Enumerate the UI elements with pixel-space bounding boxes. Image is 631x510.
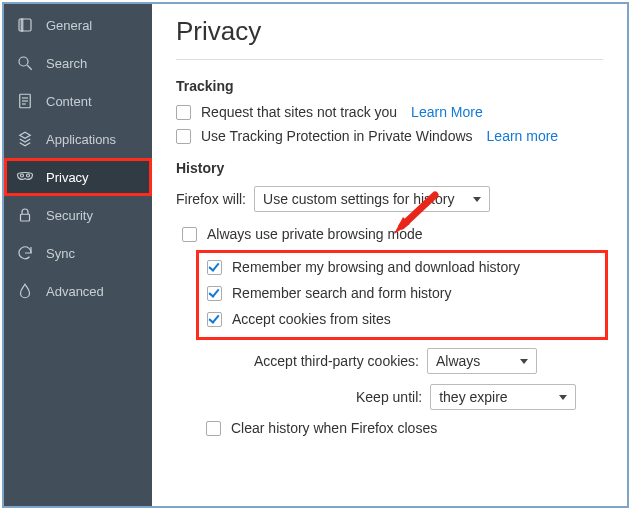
private-mode-label: Always use private browsing mode — [207, 226, 423, 242]
remember-browsing-row: Remember my browsing and download histor… — [207, 259, 597, 275]
svg-rect-10 — [21, 214, 30, 221]
svg-point-8 — [21, 174, 24, 177]
keep-until-value: they expire — [439, 389, 507, 405]
sidebar-item-security[interactable]: Security — [4, 196, 152, 234]
content-icon — [16, 92, 34, 110]
sidebar-item-search[interactable]: Search — [4, 44, 152, 82]
clear-on-close-checkbox[interactable] — [206, 421, 221, 436]
preferences-window: General Search Content Applications Priv… — [2, 2, 629, 508]
clear-on-close-label: Clear history when Firefox closes — [231, 420, 437, 436]
remember-search-row: Remember search and form history — [207, 285, 597, 301]
accept-cookies-label: Accept cookies from sites — [232, 311, 391, 327]
divider — [176, 59, 603, 60]
sync-icon — [16, 244, 34, 262]
sidebar-item-advanced[interactable]: Advanced — [4, 272, 152, 310]
third-party-row: Accept third-party cookies: Always — [176, 348, 603, 374]
private-mode-checkbox[interactable] — [182, 227, 197, 242]
dnt-learn-more-link[interactable]: Learn More — [411, 104, 483, 120]
remember-search-label: Remember search and form history — [232, 285, 451, 301]
dnt-label: Request that sites not track you — [201, 104, 397, 120]
third-party-label: Accept third-party cookies: — [254, 353, 419, 369]
clear-on-close-row: Clear history when Firefox closes — [176, 420, 603, 436]
applications-icon — [16, 130, 34, 148]
tp-learn-more-link[interactable]: Learn more — [487, 128, 559, 144]
dnt-checkbox[interactable] — [176, 105, 191, 120]
history-mode-select[interactable]: Use custom settings for history — [254, 186, 490, 212]
tp-row: Use Tracking Protection in Private Windo… — [176, 128, 603, 144]
private-mode-row: Always use private browsing mode — [176, 226, 603, 242]
sidebar-item-privacy[interactable]: Privacy — [4, 158, 152, 196]
remember-browsing-label: Remember my browsing and download histor… — [232, 259, 520, 275]
accept-cookies-row: Accept cookies from sites — [207, 311, 597, 327]
remember-search-checkbox[interactable] — [207, 286, 222, 301]
sidebar-label: Security — [46, 208, 93, 223]
tp-label: Use Tracking Protection in Private Windo… — [201, 128, 473, 144]
advanced-icon — [16, 282, 34, 300]
history-mode-value: Use custom settings for history — [263, 191, 454, 207]
accept-cookies-checkbox[interactable] — [207, 312, 222, 327]
remember-browsing-checkbox[interactable] — [207, 260, 222, 275]
page-title: Privacy — [176, 16, 603, 47]
dnt-row: Request that sites not track you Learn M… — [176, 104, 603, 120]
sidebar-label: Content — [46, 94, 92, 109]
third-party-value: Always — [436, 353, 480, 369]
lock-icon — [16, 206, 34, 224]
search-icon — [16, 54, 34, 72]
tracking-heading: Tracking — [176, 78, 603, 94]
keep-until-select[interactable]: they expire — [430, 384, 576, 410]
sidebar-item-applications[interactable]: Applications — [4, 120, 152, 158]
sidebar-label: Search — [46, 56, 87, 71]
main-panel: Privacy Tracking Request that sites not … — [152, 4, 627, 506]
sidebar-label: Advanced — [46, 284, 104, 299]
svg-rect-1 — [21, 19, 23, 31]
privacy-mask-icon — [16, 168, 34, 186]
history-will-label: Firefox will: — [176, 191, 246, 207]
sidebar-item-content[interactable]: Content — [4, 82, 152, 120]
keep-until-row: Keep until: they expire — [176, 384, 603, 410]
third-party-select[interactable]: Always — [427, 348, 537, 374]
general-icon — [16, 16, 34, 34]
sidebar-item-sync[interactable]: Sync — [4, 234, 152, 272]
keep-until-label: Keep until: — [356, 389, 422, 405]
svg-point-9 — [27, 174, 30, 177]
svg-line-3 — [27, 65, 32, 70]
sidebar-label: Applications — [46, 132, 116, 147]
sidebar-label: Privacy — [46, 170, 89, 185]
svg-point-2 — [19, 57, 28, 66]
highlight-annotation: Remember my browsing and download histor… — [196, 250, 608, 340]
sidebar-label: General — [46, 18, 92, 33]
history-heading: History — [176, 160, 603, 176]
sidebar-label: Sync — [46, 246, 75, 261]
categories-sidebar: General Search Content Applications Priv… — [4, 4, 152, 506]
tp-checkbox[interactable] — [176, 129, 191, 144]
sidebar-item-general[interactable]: General — [4, 6, 152, 44]
history-mode-row: Firefox will: Use custom settings for hi… — [176, 186, 603, 212]
